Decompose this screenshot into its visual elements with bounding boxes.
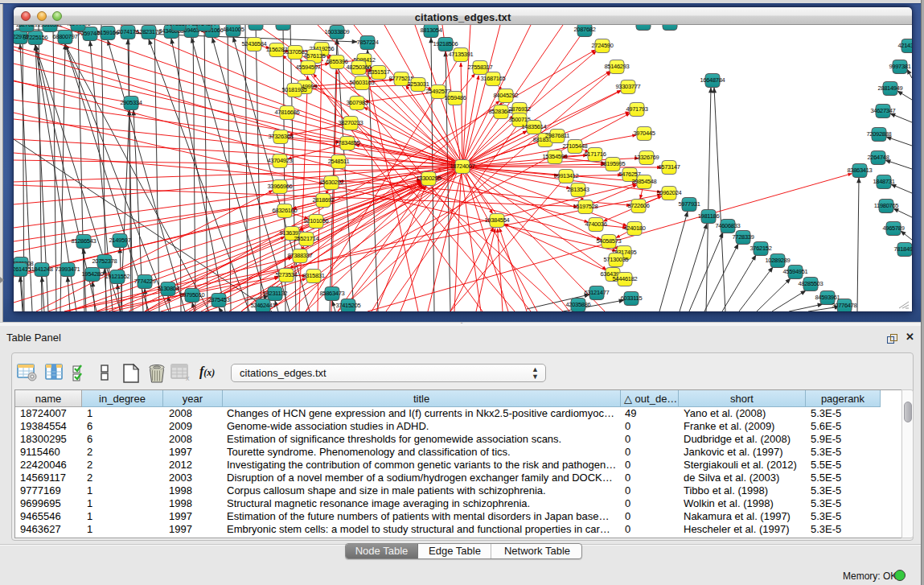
svg-text:8351517: 8351517: [368, 68, 389, 76]
svg-text:54058573: 54058573: [597, 237, 622, 245]
svg-text:57130035: 57130035: [604, 256, 629, 263]
svg-text:38195995: 38195995: [601, 160, 626, 167]
svg-text:27558317: 27558317: [468, 64, 493, 71]
svg-text:34627347: 34627347: [871, 107, 896, 114]
svg-text:2149597: 2149597: [109, 237, 130, 244]
svg-text:31687165: 31687165: [481, 75, 506, 82]
svg-text:16033809: 16033809: [325, 28, 350, 35]
svg-text:12823170: 12823170: [137, 28, 162, 35]
svg-text:7774229: 7774229: [133, 278, 155, 285]
svg-text:45594951: 45594951: [783, 268, 808, 275]
svg-text:1527021: 1527021: [15, 25, 37, 28]
svg-text:73993471: 73993471: [55, 266, 80, 273]
svg-text:6261415: 6261415: [14, 266, 31, 273]
svg-text:19384554: 19384554: [485, 216, 510, 224]
svg-text:68800797: 68800797: [53, 33, 78, 40]
svg-text:38754377: 38754377: [192, 25, 217, 27]
svg-text:63121477: 63121477: [585, 289, 610, 296]
svg-text:45594597: 45594597: [296, 64, 321, 71]
svg-text:6855396: 6855396: [326, 58, 347, 65]
svg-text:13326769: 13326769: [634, 154, 659, 161]
svg-text:2087682: 2087682: [573, 26, 595, 33]
svg-text:2905334: 2905334: [120, 99, 142, 106]
svg-text:41944441: 41944441: [66, 25, 91, 27]
svg-text:87388337: 87388337: [288, 252, 313, 259]
svg-text:14835614: 14835614: [522, 123, 547, 130]
svg-text:4740036: 4740036: [585, 220, 606, 228]
svg-text:4965789: 4965789: [882, 225, 904, 232]
svg-text:3253031: 3253031: [407, 80, 429, 88]
svg-text:50603163: 50603163: [350, 79, 375, 86]
svg-text:4971793: 4971793: [626, 105, 647, 113]
svg-text:68326160: 68326160: [273, 207, 298, 214]
svg-text:47816686: 47816686: [275, 109, 300, 116]
svg-text:7728339: 7728339: [732, 233, 754, 241]
svg-text:37326368: 37326368: [269, 133, 294, 140]
svg-text:81286543: 81286543: [72, 237, 97, 245]
svg-text:5273534: 5273534: [275, 271, 297, 278]
svg-text:1848731: 1848731: [873, 178, 894, 185]
svg-text:83863413: 83863413: [848, 167, 873, 174]
svg-text:84593961: 84593961: [815, 294, 840, 301]
svg-text:20752378: 20752378: [92, 257, 117, 265]
svg-text:28814949: 28814949: [878, 84, 903, 92]
svg-text:2876932: 2876932: [508, 105, 530, 113]
svg-text:19218506: 19218506: [433, 40, 458, 47]
svg-text:1059486: 1059486: [444, 94, 466, 101]
svg-text:19121552: 19121552: [105, 273, 130, 280]
svg-text:52101056: 52101056: [304, 217, 329, 225]
svg-text:30776478: 30776478: [832, 302, 857, 309]
svg-text:47135391: 47135391: [449, 51, 474, 58]
svg-text:5159166: 5159166: [97, 29, 118, 36]
svg-text:2818692: 2818692: [312, 196, 334, 204]
svg-text:15197528: 15197528: [573, 203, 598, 210]
svg-text:9997381: 9997381: [889, 63, 910, 70]
svg-text:2548511: 2548511: [328, 158, 350, 165]
svg-text:2724590: 2724590: [591, 42, 613, 49]
svg-text:38270233: 38270233: [339, 119, 363, 126]
svg-text:3970445: 3970445: [633, 130, 655, 137]
svg-text:5977931: 5977931: [678, 200, 700, 208]
svg-text:37415205: 37415205: [336, 302, 361, 309]
svg-text:1954280: 1954280: [81, 270, 103, 278]
svg-text:42035886: 42035886: [566, 301, 591, 308]
svg-text:6033115: 6033115: [621, 295, 643, 302]
svg-text:1841248: 1841248: [31, 266, 52, 273]
svg-text:18724007: 18724007: [450, 163, 475, 170]
svg-text:84045292: 84045292: [494, 92, 519, 99]
svg-text:4214348: 4214348: [897, 42, 912, 49]
svg-text:7857224: 7857224: [356, 39, 378, 46]
svg-text:6573147: 6573147: [658, 163, 680, 171]
svg-text:2375453: 2375453: [207, 296, 229, 303]
svg-text:8813054: 8813054: [420, 27, 441, 34]
svg-text:50181935: 50181935: [282, 86, 307, 93]
svg-text:2264748: 2264748: [867, 154, 889, 161]
svg-text:29876811: 29876811: [545, 132, 570, 139]
svg-text:33966966: 33966966: [268, 183, 293, 190]
svg-text:93303777: 93303777: [616, 83, 641, 90]
svg-text:77834855: 77834855: [335, 139, 360, 146]
svg-text:2813543: 2813543: [567, 186, 589, 193]
svg-text:39854548: 39854548: [632, 178, 657, 185]
svg-text:97225156: 97225156: [23, 34, 48, 41]
svg-text:4841005: 4841005: [222, 26, 244, 33]
svg-text:48285503: 48285503: [799, 280, 823, 287]
svg-text:99913412: 99913412: [554, 172, 579, 179]
svg-text:19510312: 19510312: [38, 25, 63, 28]
svg-text:6171716: 6171716: [584, 150, 606, 158]
svg-text:3762152: 3762152: [749, 245, 771, 252]
svg-text:11980765: 11980765: [874, 202, 899, 209]
svg-text:3607983: 3607983: [346, 99, 368, 106]
svg-text:18300295: 18300295: [417, 175, 441, 182]
svg-text:4240180: 4240180: [623, 225, 645, 232]
svg-text:27758595: 27758595: [244, 25, 269, 27]
svg-text:1981186: 1981186: [698, 212, 720, 220]
svg-text:10289289: 10289289: [766, 257, 791, 264]
svg-text:99788677: 99788677: [166, 25, 191, 27]
svg-text:45630292: 45630292: [319, 179, 344, 186]
svg-text:72092888: 72092888: [867, 130, 892, 138]
svg-text:7818496: 7818496: [893, 245, 912, 253]
svg-text:42614537: 42614537: [631, 25, 656, 27]
svg-text:89795010: 89795010: [180, 291, 205, 299]
svg-text:85863473: 85863473: [320, 290, 345, 297]
